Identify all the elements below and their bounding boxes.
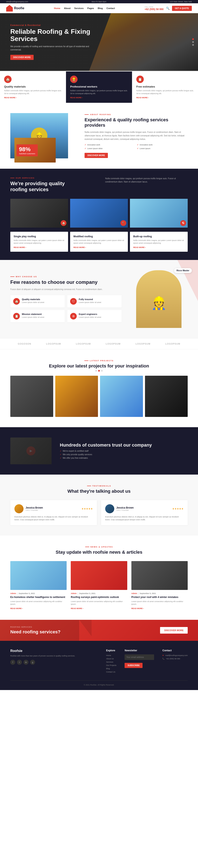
cta-button[interactable]: DISCOVER MORE <box>160 627 188 633</box>
project-dot-2[interactable] <box>98 370 100 372</box>
service-card-title-3: Built-up roofing <box>133 235 185 238</box>
why-icon-mission: 📋 <box>13 313 20 319</box>
read-more-quality[interactable]: READ MORE › <box>4 97 62 99</box>
hero-dot-1[interactable] <box>192 38 194 40</box>
hero-dot-3[interactable] <box>192 44 194 46</box>
services-label: OUR SERVICES <box>10 177 68 179</box>
why-worker-image: 👷 <box>136 270 181 328</box>
social-linkedin[interactable]: in <box>24 660 28 665</box>
trust-title: Hundreds of customers trust our company <box>60 442 152 448</box>
about-image-container: 👷 98% Satisfied customers <box>10 113 76 158</box>
hero-cta-button[interactable]: DISCOVER MORE <box>10 55 34 60</box>
newsletter-form <box>124 654 154 660</box>
nav-home[interactable]: Home <box>54 7 60 9</box>
newsletter-submit-button[interactable]: SUBSCRIBE <box>124 663 143 668</box>
topbar-hours: Mon-Fri 8am-6pm <box>91 1 107 3</box>
footer-link-about[interactable]: About Us <box>106 658 116 660</box>
phone-label: CALL NOW <box>145 6 164 8</box>
feature-card-quality: 🏠 Quality materials Nullam commodo dolor… <box>0 71 66 103</box>
service-read-more-3[interactable]: READ MORE › <box>133 246 185 248</box>
newsletter-input[interactable] <box>124 654 154 660</box>
news-card-title-3: Protect your roof with 4 winter mistakes <box>131 596 188 599</box>
feature-text-estimates: Nullam commodo dolor magna, qui pretium … <box>136 89 194 95</box>
about-badge-text: Satisfied customers <box>19 153 35 155</box>
nav-blog[interactable]: Blog <box>98 7 103 9</box>
project-image-4[interactable] <box>145 376 188 417</box>
service-card-title-1: Single play roofing <box>13 235 65 238</box>
nav-pages[interactable]: Pages <box>87 7 94 9</box>
about-section: 👷 98% Satisfied customers ABOUT ROOFING … <box>0 103 198 169</box>
testimonial-card-1: Jessica Brown CEO / Founder ★★★★★ Exerci… <box>10 500 97 525</box>
news-row: Admin | September 5, 2021 Ex-homeless sh… <box>10 561 188 610</box>
about-cta-button[interactable]: DISCOVER MORE <box>85 153 108 158</box>
service-card-1: Single play roofing Nulla commodo dolor … <box>10 232 68 252</box>
nav-contact[interactable]: Contact <box>107 7 115 9</box>
social-google[interactable]: g <box>30 660 35 665</box>
project-dot-3[interactable] <box>101 370 103 372</box>
project-image-1[interactable] <box>10 376 53 417</box>
nav-about[interactable]: About <box>64 7 70 9</box>
trust-video[interactable]: ▶ <box>10 437 52 464</box>
why-text: Fusce diam id aliquam ut aliquam ut cons… <box>10 287 122 291</box>
service-badge-1: 🏠 <box>61 220 66 226</box>
about-badge: 98% Satisfied customers <box>17 145 38 156</box>
news-read-more-2[interactable]: READ MORE › <box>71 608 127 610</box>
why-text-insured: Fully insured Lorem ipsum dolor sit amet <box>79 298 101 304</box>
features-row: 🏠 Quality materials Nullam commodo dolor… <box>0 71 198 103</box>
hero-dots <box>192 38 194 46</box>
partner-logo-4: Logopsum <box>106 343 121 345</box>
search-icon[interactable]: 🔍 <box>166 7 170 10</box>
hero-dot-2[interactable] <box>192 41 194 43</box>
footer-link-blog[interactable]: Blog <box>106 668 116 670</box>
about-label: ABOUT ROOFING <box>85 114 188 116</box>
social-facebook[interactable]: f <box>10 660 15 665</box>
project-image-2[interactable] <box>55 376 98 417</box>
why-item-2: 🛡 Fully insured Lorem ipsum dolor sit am… <box>67 295 122 308</box>
topbar-address: 123 Main Street, New York <box>170 1 192 3</box>
testimonial-stars-1: ★★★★★ <box>82 507 93 510</box>
testimonial-card-2: Jessica Brown CEO / Founder ★★★★★ Exerci… <box>101 500 188 525</box>
testimonials-header: TESTIMONIALS What they're talking about … <box>10 485 188 494</box>
news-read-more-1[interactable]: READ MORE › <box>10 608 67 610</box>
news-read-more-3[interactable]: READ MORE › <box>131 608 188 610</box>
service-image-2: 🔨 <box>70 199 128 227</box>
footer-link-home[interactable]: Home <box>106 654 116 656</box>
service-read-more-2[interactable]: READ MORE › <box>74 246 124 248</box>
news-author-3: Admin <box>131 592 137 594</box>
news-card-2: Admin | September 5, 2021 Roofing survey… <box>71 561 127 610</box>
project-dot-1[interactable] <box>95 370 97 372</box>
hero-text: We provide a quality of roofing and main… <box>10 45 97 52</box>
projects-title: Explore our latest projects for your ins… <box>10 363 188 369</box>
services-section: OUR SERVICES We're providing quality roo… <box>0 169 198 260</box>
get-quote-button[interactable]: GET A QUOTE <box>172 6 192 11</box>
feature-title-quality: Quality materials <box>4 85 62 88</box>
footer-brand-text: Roofsie with more than two years of prov… <box>10 654 98 657</box>
trust-checklist: We're expert & certified staff We only p… <box>60 450 152 459</box>
testimonials-section: TESTIMONIALS What they're talking about … <box>0 474 198 536</box>
service-badge-3: 🏗 <box>180 220 186 226</box>
topbar-email: info@roofingcompany.com <box>6 1 28 3</box>
project-image-3[interactable] <box>100 376 143 417</box>
projects-gallery <box>10 376 188 417</box>
service-read-more-1[interactable]: READ MORE › <box>13 246 65 248</box>
why-content: WHY CHOOSE US Few reasons to choose our … <box>10 276 122 322</box>
footer-explore-title: Explore <box>106 649 116 652</box>
logo[interactable]: Roofie <box>6 5 24 11</box>
logo-text: Roofie <box>14 6 24 10</box>
footer-link-services[interactable]: Services <box>106 661 116 663</box>
social-twitter[interactable]: t <box>17 660 22 665</box>
about-text: Nulla commodo dolor magna, qui pretium p… <box>85 130 188 141</box>
news-image-3 <box>131 561 188 590</box>
feature-title-estimates: Free estimates <box>136 85 194 88</box>
partner-logo-1: gogoson <box>18 343 31 345</box>
trust-section: ▶ Hundreds of customers trust our compan… <box>0 427 198 474</box>
news-card-3: Admin | September 5, 2021 Protect your r… <box>131 561 188 610</box>
nav-services[interactable]: Services <box>74 7 84 9</box>
news-title: Stay update with roofsie news & articles <box>10 550 188 555</box>
footer-link-contact[interactable]: Contact Us <box>106 671 116 673</box>
read-more-estimates[interactable]: READ MORE › <box>136 97 194 99</box>
why-section: WHY CHOOSE US Few reasons to choose our … <box>0 260 198 338</box>
footer-link-projects[interactable]: Our Projects <box>106 664 116 666</box>
footer-phone: +62 (555) 58 090 <box>162 658 188 660</box>
read-more-workers[interactable]: READ MORE › <box>70 97 128 99</box>
